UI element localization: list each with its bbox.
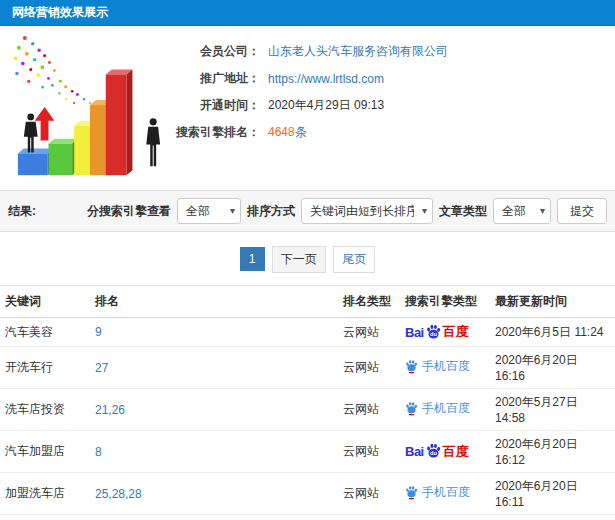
info-section: 会员公司： 山东老人头汽车服务咨询有限公司 推广地址： https://www.…	[0, 26, 615, 190]
rank-cell: 30	[90, 515, 338, 520]
rank-unit: 条	[295, 125, 307, 139]
info-fields: 会员公司： 山东老人头汽车服务咨询有限公司 推广地址： https://www.…	[174, 30, 448, 190]
updated-time-cell: 2020年6月20日 16:12	[490, 515, 615, 520]
rank-type-cell: 云网站	[338, 389, 400, 431]
rank-link[interactable]: 25,28,28	[95, 487, 142, 501]
rank-link[interactable]: 8	[95, 445, 102, 459]
sort-label: 排序方式	[247, 203, 295, 220]
pagination: 1 下一页 尾页	[0, 232, 615, 283]
table-row: 洗车赚钱吗30云网站 手机百度2020年6月20日 16:12	[0, 515, 615, 520]
rank-link[interactable]: 21,26	[95, 403, 125, 417]
updated-time-cell: 2020年6月20日 16:11	[490, 473, 615, 515]
mobile-baidu-paw-icon	[405, 401, 418, 416]
engine-type-cell: Bai du 百度	[400, 318, 490, 347]
engine-filter-select[interactable]: 全部	[177, 198, 241, 224]
rank-link[interactable]: 9	[95, 325, 102, 339]
rank-type-cell: 云网站	[338, 515, 400, 520]
table-row: 开洗车行27云网站 手机百度2020年6月20日 16:16	[0, 347, 615, 389]
page-1-button[interactable]: 1	[240, 247, 265, 271]
rank-type-cell: 云网站	[338, 318, 400, 347]
engine-rank-label: 搜索引擎排名：	[174, 124, 260, 141]
sort-select[interactable]: 关键词由短到长排序	[301, 198, 433, 224]
updated-time-cell: 2020年6月20日 16:16	[490, 347, 615, 389]
rank-type-cell: 云网站	[338, 431, 400, 473]
engine-rank-row: 搜索引擎排名： 4648条	[174, 119, 448, 146]
col-updated: 最新更新时间	[490, 286, 615, 318]
engine-type-cell: 手机百度	[400, 347, 490, 389]
results-table-body: 汽车美容9云网站 Bai du 百度2020年6月5日 11:24开洗车行27云…	[0, 318, 615, 520]
svg-text:du: du	[430, 331, 437, 337]
table-row: 洗车店投资21,26云网站 手机百度2020年5月27日 14:58	[0, 389, 615, 431]
businessman-right	[146, 118, 160, 166]
promo-url-link[interactable]: https://www.lrtlsd.com	[268, 72, 384, 86]
rank-cell: 8	[90, 431, 338, 473]
col-engine-type: 搜索引擎类型	[400, 286, 490, 318]
keyword-cell: 洗车赚钱吗	[0, 515, 90, 520]
mobile-baidu-logo: 手机百度	[405, 484, 470, 501]
last-page-button[interactable]: 尾页	[333, 246, 375, 273]
rank-count: 4648	[268, 125, 295, 139]
engine-type-cell: 手机百度	[400, 473, 490, 515]
table-row: 汽车美容9云网站 Bai du 百度2020年6月5日 11:24	[0, 318, 615, 347]
baidu-logo: Bai du 百度	[405, 443, 469, 461]
rank-link[interactable]: 27	[95, 361, 108, 375]
filter-controls: 分搜索引擎查看 全部 排序方式 关键词由短到长排序 文章类型 全部 提交	[87, 198, 607, 224]
confetti-dots	[14, 36, 91, 104]
mobile-baidu-logo: 手机百度	[405, 358, 470, 375]
results-table: 关键词 排名 排名类型 搜索引擎类型 最新更新时间 汽车美容9云网站 Bai d…	[0, 285, 615, 520]
updated-time-cell: 2020年5月27日 14:58	[490, 389, 615, 431]
open-time-row: 开通时间： 2020年4月29日 09:13	[174, 92, 448, 119]
submit-button[interactable]: 提交	[557, 198, 607, 224]
col-rank: 排名	[90, 286, 338, 318]
updated-time-cell: 2020年6月5日 11:24	[490, 318, 615, 347]
bar-blue	[18, 149, 54, 176]
article-type-select-wrap: 全部	[493, 198, 551, 224]
engine-type-cell: 手机百度	[400, 389, 490, 431]
table-row: 加盟洗车店25,28,28云网站 手机百度2020年6月20日 16:11	[0, 473, 615, 515]
rank-type-cell: 云网站	[338, 473, 400, 515]
open-time-value: 2020年4月29日 09:13	[268, 97, 384, 114]
keyword-cell: 加盟洗车店	[0, 473, 90, 515]
next-page-button[interactable]: 下一页	[272, 246, 326, 273]
promo-url-label: 推广地址：	[174, 70, 260, 87]
app-header: 网络营销效果展示	[0, 0, 615, 26]
baidu-logo: Bai du 百度	[405, 323, 469, 341]
article-type-select[interactable]: 全部	[493, 198, 551, 224]
mobile-baidu-logo: 手机百度	[405, 400, 470, 417]
company-link[interactable]: 山东老人头汽车服务咨询有限公司	[268, 43, 448, 60]
company-label: 会员公司：	[174, 43, 260, 60]
table-header-row: 关键词 排名 排名类型 搜索引擎类型 最新更新时间	[0, 286, 615, 318]
sort-select-wrap: 关键词由短到长排序	[301, 198, 433, 224]
engine-type-cell: Bai du 百度	[400, 431, 490, 473]
up-arrow	[35, 107, 55, 141]
marketing-chart-illustration	[4, 30, 174, 188]
company-row: 会员公司： 山东老人头汽车服务咨询有限公司	[174, 38, 448, 65]
mobile-baidu-paw-icon	[405, 359, 418, 374]
promo-url-row: 推广地址： https://www.lrtlsd.com	[174, 65, 448, 92]
open-time-label: 开通时间：	[174, 97, 260, 114]
table-row: 汽车加盟店8云网站 Bai du 百度2020年6月20日 16:12	[0, 431, 615, 473]
keyword-cell: 开洗车行	[0, 347, 90, 389]
baidu-paw-icon: du	[425, 443, 442, 460]
baidu-paw-icon: du	[425, 324, 442, 341]
engine-rank-value: 4648条	[268, 124, 307, 141]
bar-red	[106, 70, 133, 176]
rank-cell: 9	[90, 318, 338, 347]
col-keyword: 关键词	[0, 286, 90, 318]
svg-text:du: du	[430, 450, 437, 456]
article-type-label: 文章类型	[439, 203, 487, 220]
mobile-baidu-paw-icon	[405, 485, 418, 500]
engine-filter-label: 分搜索引擎查看	[87, 203, 171, 220]
keyword-cell: 汽车美容	[0, 318, 90, 347]
keyword-cell: 汽车加盟店	[0, 431, 90, 473]
col-rank-type: 排名类型	[338, 286, 400, 318]
bar-green	[49, 139, 79, 176]
filter-bar: 结果: 分搜索引擎查看 全部 排序方式 关键词由短到长排序 文章类型 全部 提交	[0, 190, 615, 232]
updated-time-cell: 2020年6月20日 16:12	[490, 431, 615, 473]
rank-type-cell: 云网站	[338, 347, 400, 389]
businessman-left	[24, 114, 38, 153]
engine-filter-select-wrap: 全部	[177, 198, 241, 224]
engine-type-cell: 手机百度	[400, 515, 490, 520]
rank-cell: 21,26	[90, 389, 338, 431]
keyword-cell: 洗车店投资	[0, 389, 90, 431]
